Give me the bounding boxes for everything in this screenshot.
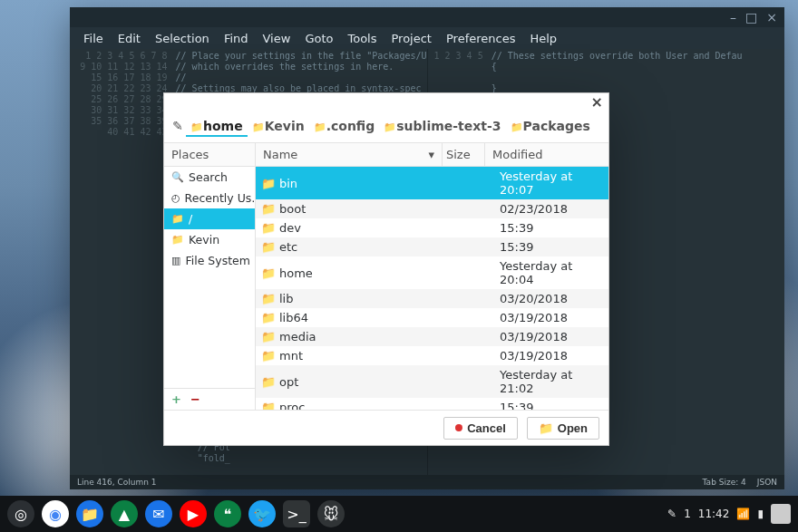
file-row[interactable]: 📁dev15:39 xyxy=(256,218,608,237)
taskbar-chrome-icon[interactable]: ◉ xyxy=(42,500,69,527)
place-label: Recently Us… xyxy=(185,191,255,205)
places-sidebar: Places 🔍Search◴Recently Us…📁/📁Kevin▥File… xyxy=(164,143,256,410)
taskbar-launcher-icon[interactable]: ◎ xyxy=(7,500,34,527)
file-name: home xyxy=(276,266,465,280)
taskbar-messages-icon[interactable]: ✉ xyxy=(145,500,172,527)
wifi-icon[interactable]: 📶 xyxy=(736,508,750,520)
file-name: opt xyxy=(276,375,465,389)
breadcrumb-Kevin[interactable]: 📁Kevin xyxy=(248,117,309,135)
minimize-icon[interactable]: – xyxy=(730,10,736,24)
file-name: media xyxy=(276,330,465,343)
dialog-close-icon[interactable]: × xyxy=(591,93,603,111)
file-modified: Yesterday at 20:07 xyxy=(500,169,608,197)
file-name: etc xyxy=(276,240,465,254)
file-row[interactable]: 📁lib6403/19/2018 xyxy=(256,308,608,327)
folder-icon: 📁 xyxy=(261,349,276,363)
menu-selection[interactable]: Selection xyxy=(149,30,216,47)
taskbar-files-icon[interactable]: 📁 xyxy=(76,500,103,527)
folder-icon: 📁 xyxy=(261,177,276,190)
folder-icon: 📁 xyxy=(261,375,276,389)
menu-tools[interactable]: Tools xyxy=(341,30,383,47)
folder-icon: 📁 xyxy=(261,240,276,254)
place-recently-us-[interactable]: ◴Recently Us… xyxy=(164,188,255,208)
status-syntax[interactable]: JSON xyxy=(757,478,777,487)
place-icon: ◴ xyxy=(171,192,180,204)
place-kevin[interactable]: 📁Kevin xyxy=(164,229,255,250)
col-modified[interactable]: Modified xyxy=(484,143,608,166)
stylus-icon[interactable]: ✎ xyxy=(667,508,676,520)
file-modified: 03/19/2018 xyxy=(500,330,608,343)
menu-find[interactable]: Find xyxy=(218,30,255,47)
file-row[interactable]: 📁mnt03/19/2018 xyxy=(256,346,608,365)
place-icon: 🔍 xyxy=(171,171,184,183)
cancel-button[interactable]: Cancel xyxy=(443,417,518,440)
place-search[interactable]: 🔍Search xyxy=(164,167,255,188)
file-row[interactable]: 📁proc15:39 xyxy=(256,398,608,410)
remove-place-button[interactable]: − xyxy=(190,392,200,406)
taskbar-twitter-icon[interactable]: 🐦 xyxy=(248,500,276,527)
file-row[interactable]: 📁binYesterday at 20:07 xyxy=(256,167,608,199)
file-row[interactable]: 📁optYesterday at 21:02 xyxy=(256,365,608,398)
taskbar-drive-icon[interactable]: ▲ xyxy=(111,500,138,527)
maximize-icon[interactable]: □ xyxy=(745,10,757,24)
folder-icon: 📁 xyxy=(190,121,203,133)
file-name: boot xyxy=(276,202,465,216)
place-icon: ▥ xyxy=(171,255,180,266)
folder-icon: 📁 xyxy=(252,121,265,133)
add-place-button[interactable]: + xyxy=(171,392,181,406)
status-cursor: Line 416, Column 1 xyxy=(77,478,157,487)
folder-icon: 📁 xyxy=(261,292,276,305)
open-label: Open xyxy=(558,421,588,435)
file-list: Name ▾ Size Modified 📁binYesterday at 20… xyxy=(256,143,608,410)
file-modified: 15:39 xyxy=(500,221,608,235)
cancel-icon xyxy=(455,424,462,431)
menu-preferences[interactable]: Preferences xyxy=(440,30,521,47)
window-controls: – □ × xyxy=(70,7,784,27)
place--[interactable]: 📁/ xyxy=(164,208,255,229)
breadcrumb-Packages[interactable]: 📁Packages xyxy=(506,117,595,135)
place-label: Kevin xyxy=(189,233,219,247)
file-name: lib64 xyxy=(276,311,465,324)
file-name: proc xyxy=(276,401,465,410)
taskbar-youtube-icon[interactable]: ▶ xyxy=(180,500,207,527)
place-icon: 📁 xyxy=(171,234,184,246)
pencil-icon[interactable]: ✎ xyxy=(171,119,184,133)
breadcrumb-home[interactable]: 📁home xyxy=(186,117,248,137)
file-row[interactable]: 📁boot02/23/2018 xyxy=(256,199,608,218)
file-modified: Yesterday at 21:02 xyxy=(500,368,608,395)
menu-goto[interactable]: Goto xyxy=(298,30,339,47)
breadcrumb--config[interactable]: 📁.config xyxy=(309,117,380,135)
clock[interactable]: 11:42 xyxy=(698,508,730,520)
file-name: bin xyxy=(276,177,465,190)
battery-icon[interactable]: ▮ xyxy=(757,508,764,520)
file-row[interactable]: 📁lib03/20/2018 xyxy=(256,289,608,308)
place-file-system[interactable]: ▥File System xyxy=(164,250,255,271)
menu-edit[interactable]: Edit xyxy=(112,30,147,47)
cancel-label: Cancel xyxy=(467,421,506,435)
place-icon: 📁 xyxy=(171,213,184,225)
menu-help[interactable]: Help xyxy=(523,30,563,47)
open-button[interactable]: 📁 Open xyxy=(527,417,599,440)
col-name[interactable]: Name ▾ xyxy=(256,143,442,166)
taskbar-xfce-icon[interactable]: 🐭 xyxy=(317,500,345,527)
file-row[interactable]: 📁homeYesterday at 20:04 xyxy=(256,256,608,289)
folder-icon: 📁 xyxy=(261,330,276,343)
file-modified: 02/23/2018 xyxy=(500,202,608,216)
taskbar-terminal-icon[interactable]: >_ xyxy=(283,500,310,527)
menu-project[interactable]: Project xyxy=(384,30,437,47)
file-row[interactable]: 📁etc15:39 xyxy=(256,237,608,256)
file-modified: 15:39 xyxy=(500,401,608,410)
status-tabsize[interactable]: Tab Size: 4 xyxy=(703,478,746,487)
breadcrumb-sublime-text-3[interactable]: 📁sublime-text-3 xyxy=(379,117,505,135)
menu-view[interactable]: View xyxy=(257,30,297,47)
dialog-breadcrumb: ✎ 📁home📁Kevin📁.config📁sublime-text-3📁Pac… xyxy=(164,110,608,142)
close-icon[interactable]: × xyxy=(766,10,777,24)
col-size[interactable]: Size xyxy=(442,143,484,166)
sort-indicator-icon: ▾ xyxy=(428,148,434,161)
avatar-icon[interactable] xyxy=(771,504,791,524)
folder-icon: 📁 xyxy=(314,121,326,133)
folder-icon: 📁 xyxy=(261,401,276,410)
menu-file[interactable]: File xyxy=(77,30,110,47)
file-row[interactable]: 📁media03/19/2018 xyxy=(256,327,608,346)
taskbar-hangouts-icon[interactable]: ❝ xyxy=(214,500,241,527)
